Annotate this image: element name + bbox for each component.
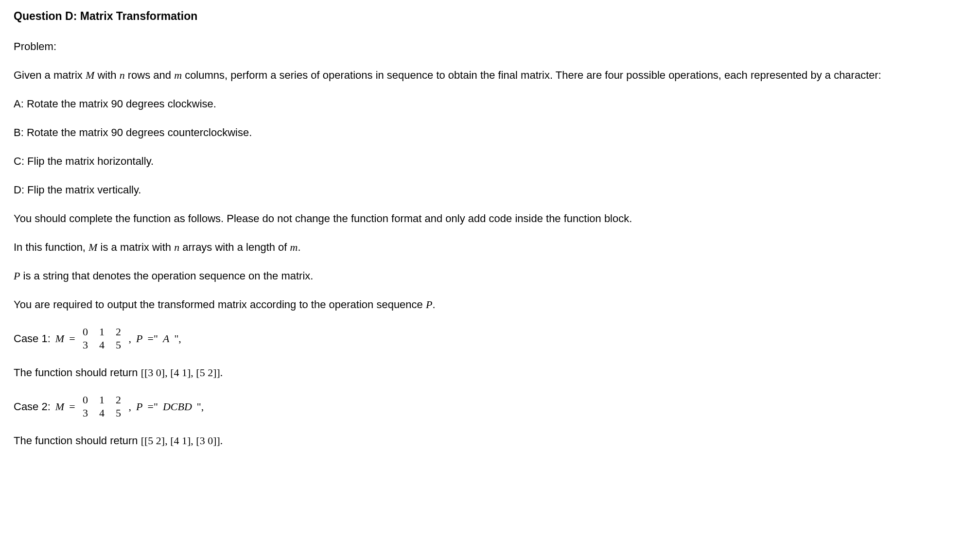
question-title: Question D: Matrix Transformation [14, 8, 966, 25]
math-M: M [86, 69, 94, 81]
operation-c: C: Flip the matrix horizontally. [14, 153, 966, 169]
text: The function should return [14, 366, 141, 379]
text: Given a matrix [14, 69, 86, 81]
matrix-cell: 0 [82, 325, 89, 339]
instruction-2: In this function, M is a matrix with n a… [14, 239, 966, 255]
problem-label: Problem: [14, 38, 966, 54]
text: You are required to output the transform… [14, 298, 426, 311]
text: rows and [125, 69, 175, 81]
case-2: Case 2: M = 0 1 2 3 4 5 , P =" DCBD ", [14, 393, 966, 420]
math-M: M [55, 399, 64, 415]
math-M: M [88, 241, 97, 253]
case-1-matrix: 0 1 2 3 4 5 [82, 325, 122, 352]
return-value: [[3 0], [4 1], [5 2]]. [141, 366, 223, 379]
matrix-cell: 0 [82, 393, 89, 407]
math-P: P [136, 399, 142, 415]
case-2-label: Case 2: [14, 399, 51, 415]
matrix-cell: 3 [82, 406, 89, 420]
return-value: [[5 2], [4 1], [3 0]]. [141, 434, 223, 447]
operation-d: D: Flip the matrix vertically. [14, 182, 966, 198]
math-M: M [55, 330, 64, 347]
math-m: m [290, 241, 298, 253]
problem-intro: Given a matrix M with n rows and m colum… [14, 67, 966, 83]
text: columns, perform a series of operations … [182, 69, 881, 81]
matrix-cell: 2 [115, 393, 122, 407]
text: . [432, 298, 435, 311]
instruction-1: You should complete the function as foll… [14, 210, 966, 226]
math-P: P [136, 330, 142, 347]
math-n: n [174, 241, 179, 253]
text: is a matrix with [97, 241, 174, 253]
problem-document: Question D: Matrix Transformation Proble… [0, 0, 980, 468]
case-2-return: The function should return [[5 2], [4 1]… [14, 433, 966, 449]
instruction-4: You are required to output the transform… [14, 296, 966, 313]
text: The function should return [14, 434, 141, 447]
case-1-return: The function should return [[3 0], [4 1]… [14, 365, 966, 381]
math-m: m [174, 69, 182, 81]
text: , [129, 399, 132, 415]
matrix-cell: 5 [115, 338, 122, 352]
case-1-label: Case 1: [14, 330, 51, 347]
math-A: A [163, 330, 169, 347]
matrix-cell: 1 [99, 393, 105, 407]
math-n: n [120, 69, 125, 81]
operation-b: B: Rotate the matrix 90 degrees counterc… [14, 124, 966, 140]
text: =" [148, 330, 158, 347]
math-DCBD: DCBD [163, 399, 192, 415]
text: arrays with a length of [179, 241, 290, 253]
text: =" [148, 399, 158, 415]
matrix-cell: 1 [99, 325, 105, 339]
matrix-cell: 4 [99, 338, 105, 352]
math-P: P [14, 270, 20, 282]
text: with [94, 69, 119, 81]
text: , [129, 330, 132, 347]
matrix-cell: 2 [115, 325, 122, 339]
text: ", [197, 399, 204, 415]
matrix-cell: 4 [99, 406, 105, 420]
matrix-cell: 5 [115, 406, 122, 420]
text: is a string that denotes the operation s… [20, 270, 313, 282]
text: . [298, 241, 300, 253]
case-2-matrix: 0 1 2 3 4 5 [82, 393, 122, 420]
math-P: P [426, 298, 432, 311]
math-eq: = [69, 330, 75, 347]
case-1: Case 1: M = 0 1 2 3 4 5 , P =" A ", [14, 325, 966, 352]
matrix-cell: 3 [82, 338, 89, 352]
text: ", [174, 330, 181, 347]
operation-a: A: Rotate the matrix 90 degrees clockwis… [14, 96, 966, 112]
math-eq: = [69, 399, 75, 415]
instruction-3: P is a string that denotes the operation… [14, 268, 966, 284]
text: In this function, [14, 241, 88, 253]
